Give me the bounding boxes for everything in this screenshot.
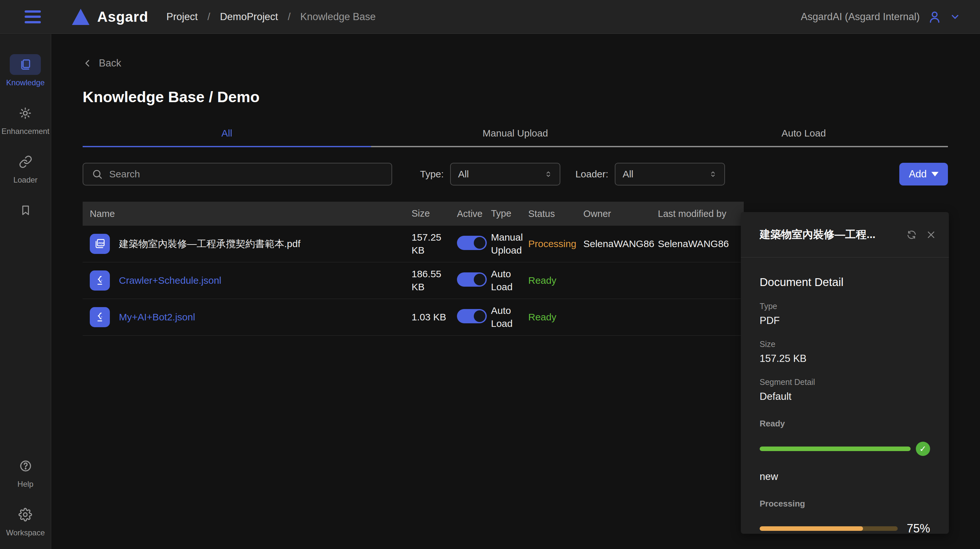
column-header-status: Status <box>528 209 583 219</box>
document-name-link[interactable]: My+AI+Bot2.jsonl <box>119 312 195 322</box>
field-value-type: PDF <box>760 315 930 327</box>
select-spinner-icon <box>709 170 717 178</box>
sidebar-item-knowledge[interactable]: Knowledge <box>6 54 45 87</box>
column-header-size: Size <box>412 207 457 220</box>
table-row[interactable]: My+AI+Bot2.jsonl 1.03 KB Auto Load Ready <box>83 299 744 336</box>
hamburger-menu-icon[interactable] <box>25 10 41 23</box>
status-badge: Ready <box>528 312 583 322</box>
sidebar-item-label: Workspace <box>6 528 45 537</box>
sidebar-item-tag[interactable]: /* placeholder none */ <box>10 200 41 224</box>
table-row[interactable]: PDF 建築物室內裝修—工程承攬契約書範本.pdf 157.25 KB Manu… <box>83 226 744 262</box>
ready-progress-bar <box>760 447 911 451</box>
sidebar-item-help[interactable]: Help <box>10 456 41 489</box>
field-label-type: Type <box>760 302 930 311</box>
select-spinner-icon <box>544 170 552 178</box>
document-owner: SelenaWANG86 <box>583 238 658 249</box>
top-bar: Asgard Project / DemoProject / Knowledge… <box>0 0 980 34</box>
new-label: new <box>760 471 930 482</box>
document-type: Manual Upload <box>491 231 528 257</box>
tab-indicator <box>83 146 948 147</box>
tab-auto-load[interactable]: Auto Load <box>660 128 948 146</box>
loader-select-value: All <box>622 169 633 180</box>
brand-name: Asgard <box>97 9 148 25</box>
ready-progress-row: ✓ <box>760 442 930 456</box>
column-header-type: Type <box>491 207 528 220</box>
panel-section-title: Document Detail <box>760 276 930 289</box>
help-circle-icon <box>10 456 41 476</box>
column-header-owner: Owner <box>583 209 658 219</box>
sidebar-item-enhancement[interactable]: Enhancement <box>1 103 49 136</box>
bookmark-icon <box>10 200 41 221</box>
sidebar: Knowledge Enhancement Loader /* placehol… <box>0 34 51 549</box>
column-header-active: Active <box>457 209 491 219</box>
search-input[interactable] <box>109 169 383 180</box>
type-filter-label: Type: <box>420 169 444 180</box>
book-icon <box>10 54 41 75</box>
active-toggle[interactable] <box>457 272 487 287</box>
document-name-link[interactable]: Crawler+Schedule.jsonl <box>119 275 221 286</box>
processing-stage-label: Processing <box>760 499 930 509</box>
loader-filter-label: Loader: <box>575 169 608 180</box>
document-type: Auto Load <box>491 304 528 330</box>
document-size: 157.25 KB <box>412 231 457 257</box>
status-badge: Ready <box>528 275 583 286</box>
account-label: AsgardAI (Asgard Internal) <box>801 11 920 23</box>
sidebar-item-label: Knowledge <box>6 78 45 87</box>
search-box <box>83 163 392 185</box>
back-label: Back <box>99 57 121 69</box>
link-icon <box>10 152 41 172</box>
loader-select[interactable]: All <box>615 163 725 185</box>
active-toggle[interactable] <box>457 309 487 323</box>
breadcrumb-project[interactable]: Project <box>167 11 198 23</box>
back-chevron-icon <box>83 58 92 68</box>
json-file-icon <box>90 270 110 290</box>
table-header: Name Size Active Type Status Owner Last … <box>83 202 744 226</box>
add-button[interactable]: Add <box>899 163 948 185</box>
documents-table: Name Size Active Type Status Owner Last … <box>83 202 744 336</box>
document-size: 186.55 KB <box>412 268 457 294</box>
user-icon[interactable] <box>928 10 942 24</box>
tab-all[interactable]: All <box>83 128 371 146</box>
breadcrumb-separator: / <box>288 11 291 23</box>
type-select[interactable]: All <box>450 163 560 185</box>
refresh-icon[interactable] <box>906 229 917 240</box>
pdf-file-icon: PDF <box>90 234 110 254</box>
column-header-name: Name <box>83 209 412 219</box>
add-button-label: Add <box>909 168 926 180</box>
panel-title: 建築物室內裝修—工程... <box>760 227 902 242</box>
breadcrumb-knowledge-base: Knowledge Base <box>301 11 376 23</box>
document-last-modified-by: SelenaWANG86 <box>658 238 744 249</box>
caret-down-icon <box>931 172 939 176</box>
sidebar-item-label: Loader <box>13 176 38 185</box>
sidebar-item-label: Enhancement <box>1 127 49 136</box>
status-badge: Processing <box>528 238 583 249</box>
processing-percent: 75% <box>907 522 930 535</box>
chevron-down-icon[interactable] <box>950 11 961 22</box>
sun-icon <box>10 103 41 124</box>
breadcrumb: Project / DemoProject / Knowledge Base <box>167 11 376 23</box>
filter-row: Type: All Loader: All Add <box>83 163 948 185</box>
close-icon[interactable] <box>926 230 936 239</box>
field-value-segment-detail: Default <box>760 391 930 402</box>
type-select-value: All <box>458 169 469 180</box>
document-name: 建築物室內裝修—工程承攬契約書範本.pdf <box>119 237 301 251</box>
back-button[interactable]: Back <box>83 57 121 69</box>
sidebar-item-workspace[interactable]: Workspace <box>6 504 45 537</box>
tab-manual-upload[interactable]: Manual Upload <box>371 128 660 146</box>
ready-stage-label: Ready <box>760 419 930 429</box>
processing-progress-row: 75% <box>760 522 930 535</box>
processing-progress-bar <box>760 526 863 531</box>
sidebar-item-loader[interactable]: Loader <box>10 152 41 185</box>
document-size: 1.03 KB <box>412 311 457 324</box>
asgard-logo-icon <box>72 9 89 25</box>
breadcrumb-demoproject[interactable]: DemoProject <box>220 11 278 23</box>
gear-icon <box>10 504 41 525</box>
table-row[interactable]: Crawler+Schedule.jsonl 186.55 KB Auto Lo… <box>83 262 744 299</box>
breadcrumb-separator: / <box>207 11 210 23</box>
document-type: Auto Load <box>491 268 528 294</box>
active-toggle[interactable] <box>457 236 487 250</box>
search-icon <box>92 169 103 180</box>
column-header-last-modified-by: Last modified by <box>658 209 744 219</box>
svg-text:PDF: PDF <box>99 242 105 245</box>
field-label-size: Size <box>760 340 930 349</box>
